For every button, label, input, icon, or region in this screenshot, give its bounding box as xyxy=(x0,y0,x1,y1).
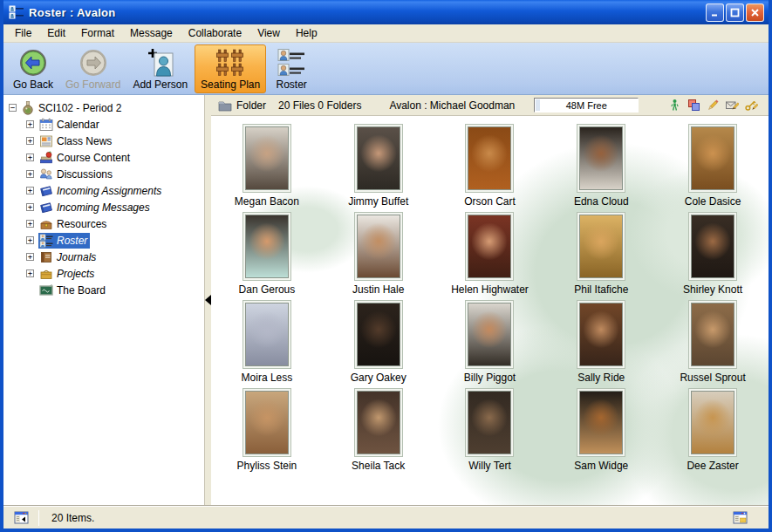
student-dee-zaster[interactable]: Dee Zaster xyxy=(657,388,769,476)
info-bar: Folder 20 Files 0 Folders Avalon : Micha… xyxy=(211,95,769,116)
mail-compose-icon[interactable] xyxy=(726,99,739,112)
roster-button[interactable]: Roster xyxy=(268,44,315,93)
menu-file[interactable]: File xyxy=(7,25,39,41)
tree-item-journals[interactable]: +Journals xyxy=(3,249,204,265)
student-moira-less[interactable]: Moira Less xyxy=(211,300,323,388)
student-name: Dan Gerous xyxy=(239,283,296,296)
book-icon xyxy=(39,184,53,198)
student-photo xyxy=(245,303,289,366)
student-sam-widge[interactable]: Sam Widge xyxy=(545,388,657,476)
minimize-button[interactable] xyxy=(706,3,724,22)
tree-root-sci102[interactable]: −SCI102 - Period 2 xyxy=(3,99,204,116)
expand-expander[interactable]: + xyxy=(26,187,34,194)
student-willy-tert[interactable]: Willy Tert xyxy=(434,388,546,476)
menu-help[interactable]: Help xyxy=(288,25,325,41)
panel-splitter[interactable] xyxy=(204,95,211,506)
board-icon xyxy=(39,283,53,297)
app-icon xyxy=(9,4,24,20)
close-button[interactable] xyxy=(746,3,764,22)
tree-item-label: Course Content xyxy=(57,152,130,164)
student-megan-bacon[interactable]: Megan Bacon xyxy=(211,124,323,212)
tree-item-incoming-assignments[interactable]: +Incoming Assignments xyxy=(3,182,204,199)
student-photo xyxy=(691,215,734,278)
menu-view[interactable]: View xyxy=(249,25,288,41)
student-photo-frame xyxy=(688,124,737,193)
tree-item-roster[interactable]: +Roster xyxy=(3,232,204,249)
student-name: Helen Highwater xyxy=(451,283,529,296)
student-justin-hale[interactable]: Justin Hale xyxy=(323,212,434,300)
student-phil-itafiche[interactable]: Phil Itafiche xyxy=(545,212,657,300)
collapse-expander[interactable]: − xyxy=(9,104,17,112)
sidebar-tree: −SCI102 - Period 2+Calendar+Class News+C… xyxy=(3,95,204,506)
tree-root-label: SCI102 - Period 2 xyxy=(38,102,121,114)
calendar-icon xyxy=(39,118,53,132)
student-edna-cloud[interactable]: Edna Cloud xyxy=(545,124,657,212)
toggle-panel-icon[interactable] xyxy=(14,510,29,525)
student-photo-frame xyxy=(354,212,403,281)
student-sheila-tack[interactable]: Sheila Tack xyxy=(323,388,434,476)
layout-view-icon[interactable] xyxy=(733,515,748,528)
tree-item-course-content[interactable]: +Course Content xyxy=(3,149,204,166)
student-photo-frame xyxy=(688,388,737,457)
tree-item-calendar[interactable]: +Calendar xyxy=(3,116,204,133)
course-icon xyxy=(39,151,53,165)
tree-item-projects[interactable]: +Projects xyxy=(3,265,204,282)
tree-item-label: Incoming Messages xyxy=(57,201,150,214)
news-icon xyxy=(39,134,53,148)
pencil-icon[interactable] xyxy=(707,99,720,112)
student-helen-highwater[interactable]: Helen Highwater xyxy=(434,212,546,300)
layers-icon[interactable] xyxy=(687,99,700,112)
menu-format[interactable]: Format xyxy=(73,25,122,41)
student-photo xyxy=(245,215,289,278)
student-photo xyxy=(579,126,623,190)
go-back-button[interactable]: Go Back xyxy=(8,44,58,93)
status-bar: 20 Items. xyxy=(3,506,769,529)
flask-icon xyxy=(21,101,35,115)
student-billy-piggot[interactable]: Billy Piggot xyxy=(434,300,546,388)
menu-message[interactable]: Message xyxy=(122,25,181,41)
student-shirley-knott[interactable]: Shirley Knott xyxy=(657,212,769,300)
expand-expander[interactable]: + xyxy=(26,269,34,277)
student-sally-ride[interactable]: Sally Ride xyxy=(545,300,657,388)
student-name: Megan Bacon xyxy=(235,195,299,208)
menu-edit[interactable]: Edit xyxy=(39,25,73,41)
maximize-button[interactable] xyxy=(726,3,744,22)
expand-expander[interactable]: + xyxy=(26,153,34,161)
person-icon[interactable] xyxy=(668,99,681,112)
student-russel-sprout[interactable]: Russel Sprout xyxy=(657,300,769,388)
tree-item-incoming-messages[interactable]: +Incoming Messages xyxy=(3,199,204,215)
expand-expander[interactable]: + xyxy=(26,120,34,128)
tree-item-class-news[interactable]: +Class News xyxy=(3,133,204,149)
student-photo xyxy=(579,303,623,366)
main-panel: Folder 20 Files 0 Folders Avalon : Micha… xyxy=(211,95,769,506)
key-compose-icon[interactable] xyxy=(745,99,758,112)
student-jimmy-buffet[interactable]: Jimmy Buffet xyxy=(323,124,434,212)
tree-item-discussions[interactable]: +Discussions xyxy=(3,166,204,182)
student-photo-frame xyxy=(577,212,625,281)
student-photo-frame xyxy=(243,212,291,281)
student-gary-oakey[interactable]: Gary Oakey xyxy=(323,300,434,388)
expand-expander[interactable]: + xyxy=(26,220,34,228)
student-photo xyxy=(245,126,289,190)
expand-expander[interactable]: + xyxy=(26,137,34,145)
student-dan-gerous[interactable]: Dan Gerous xyxy=(211,212,323,300)
seating-plan-button[interactable]: Seating Plan xyxy=(195,44,266,93)
go-forward-button[interactable]: Go Forward xyxy=(60,44,126,93)
student-cole-dasice[interactable]: Cole Dasice xyxy=(657,124,769,212)
book-icon xyxy=(39,201,53,215)
expand-expander[interactable]: + xyxy=(26,203,34,211)
expand-expander[interactable]: + xyxy=(26,170,34,178)
student-photo xyxy=(468,215,511,278)
student-orson-cart[interactable]: Orson Cart xyxy=(434,124,546,212)
add-person-button[interactable]: Add Person xyxy=(127,44,193,93)
student-photo xyxy=(691,303,734,366)
free-space-meter: 48M Free xyxy=(534,98,639,113)
expand-expander[interactable]: + xyxy=(26,236,34,244)
tree-item-the-board[interactable]: +The Board xyxy=(3,282,204,298)
expand-expander[interactable]: + xyxy=(26,253,34,261)
tree-item-resources[interactable]: +Resources xyxy=(3,215,204,232)
student-photo xyxy=(357,391,400,454)
go-forward-icon xyxy=(79,48,108,78)
student-phyliss-stein[interactable]: Phyliss Stein xyxy=(211,388,323,476)
menu-collaborate[interactable]: Collaborate xyxy=(181,25,249,41)
